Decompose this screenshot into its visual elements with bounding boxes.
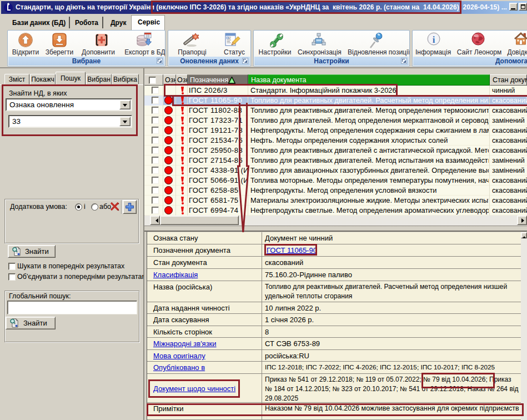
svg-text:i: i [433, 34, 435, 45]
